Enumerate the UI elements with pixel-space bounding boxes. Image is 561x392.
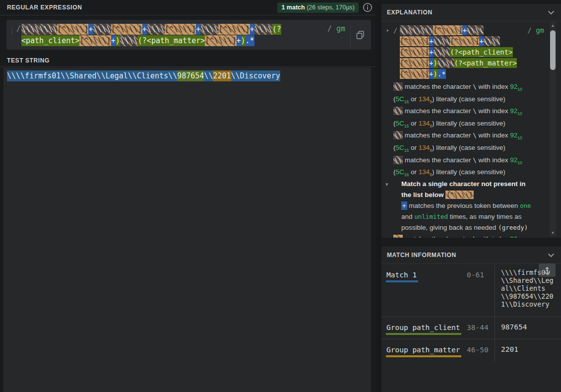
regex-section-title: REGULAR EXPRESSION bbox=[7, 4, 82, 11]
drag-handle-icon[interactable]: ⋮ bbox=[8, 26, 15, 35]
regex-open-delimiter: / bbox=[16, 24, 21, 33]
scroll-up-icon[interactable]: ▲ bbox=[550, 23, 556, 28]
badge-steps-detail: (26 steps, 170µs) bbox=[305, 4, 355, 11]
display-tokens: \\\\\\\\[^\\\\]+\\\\[^\\\\]+\\\\[^\\\\]+… bbox=[400, 25, 517, 79]
seg-chip-quant: + bbox=[401, 201, 407, 210]
seg-txt: with index bbox=[477, 131, 510, 139]
chevron-down-icon[interactable] bbox=[548, 251, 555, 260]
seg-group: (? bbox=[272, 24, 281, 35]
seg-cls: [^\\\\] bbox=[218, 24, 249, 35]
seg-quant: + bbox=[88, 24, 93, 35]
seg-bold: Match a single character not present in bbox=[401, 180, 526, 188]
regex-close-delimiter: / bbox=[327, 24, 332, 33]
seg-group: ) bbox=[241, 35, 246, 46]
copy-icon[interactable] bbox=[354, 28, 367, 41]
seg-txt: ( bbox=[393, 120, 396, 127]
seg-green: 9210 bbox=[510, 107, 522, 115]
seg-green: 5C16 bbox=[396, 95, 409, 103]
seg-cls: [^\\\\] bbox=[400, 47, 429, 57]
match-info-title: MATCH INFORMATION bbox=[387, 252, 456, 259]
seg-match: \\Discovery bbox=[231, 70, 280, 81]
export-matches-icon[interactable] bbox=[539, 263, 556, 277]
match-count-badge[interactable]: 1 match (26 steps, 170µs) bbox=[277, 2, 359, 13]
seg-quant: + bbox=[196, 24, 200, 35]
seg-txt: ) literally (case sensitive) bbox=[432, 120, 505, 127]
explanation-panel-header[interactable]: EXPLANATION bbox=[381, 4, 561, 21]
seg-cls: [^\\\\] bbox=[165, 24, 196, 35]
seg-mono: \ bbox=[473, 156, 477, 164]
seg-esc: \\\\ bbox=[93, 24, 111, 35]
match-label-cell: Group path_matter bbox=[381, 339, 467, 361]
seg-txt: or bbox=[409, 144, 419, 151]
explanation-item: + matches the previous token between one… bbox=[381, 200, 561, 233]
scrollbar-thumb[interactable] bbox=[550, 30, 556, 70]
seg-quant: .* bbox=[246, 35, 254, 46]
seg-cls: [^\\\\] bbox=[79, 35, 111, 46]
explanation-item: \\ matches the character \ with index 92… bbox=[381, 130, 561, 154]
seg-txt: matches the character bbox=[403, 131, 473, 139]
seg-txt: with index bbox=[477, 235, 510, 238]
test-string-header: TEST STRING bbox=[0, 56, 376, 67]
seg-group: (?<path_matter> bbox=[138, 35, 205, 46]
seg-esc: \\\\ bbox=[437, 58, 454, 68]
regex-section-header: REGULAR EXPRESSION 1 match (26 steps, 17… bbox=[0, 0, 376, 15]
group-row-path-matter[interactable]: Group path_matter46-502201 bbox=[381, 339, 561, 361]
seg-txt: possible, giving back as needed bbox=[401, 224, 498, 231]
seg-esc: \\\\ bbox=[467, 25, 484, 35]
seg-cls: [^\\\\] bbox=[111, 24, 142, 35]
scroll-down-icon[interactable]: ▼ bbox=[550, 231, 556, 235]
test-string-input[interactable]: \\\\firmfs01\\Shared\\Legal\\Clients\\98… bbox=[3, 67, 371, 392]
seg-chip-esc: \\ bbox=[393, 107, 403, 115]
seg-esc: \\\\ bbox=[484, 36, 500, 46]
seg-txt: or bbox=[409, 95, 419, 103]
seg-cls: [^\\\\] bbox=[433, 25, 462, 35]
seg-esc: \\\\ bbox=[433, 36, 450, 46]
match-range: 46-50 bbox=[467, 339, 495, 361]
info-icon[interactable] bbox=[362, 2, 373, 13]
seg-group: (?<path_matter> bbox=[454, 58, 517, 68]
match-info-panel-header[interactable]: MATCH INFORMATION bbox=[381, 247, 561, 264]
seg-txt: ( bbox=[393, 168, 396, 176]
seg-txt: ( bbox=[393, 95, 396, 103]
seg-client: 987654 bbox=[177, 70, 204, 81]
explanation-item: \\ matches the character \ with index 92… bbox=[381, 154, 561, 179]
seg-txt: with index bbox=[477, 156, 510, 164]
seg-txt: or bbox=[409, 120, 419, 127]
match-row-1[interactable]: Match 10-61\\\\firmfs01\\Shared\\Legal\\… bbox=[381, 264, 561, 317]
seg-group: ) bbox=[433, 58, 437, 68]
chevron-down-icon[interactable] bbox=[548, 8, 555, 17]
seg-esc: \\\\ bbox=[120, 35, 138, 46]
seg-esc: \\\\\\\\ bbox=[21, 24, 57, 35]
seg-mono: \ bbox=[473, 107, 477, 115]
left-panel: REGULAR EXPRESSION 1 match (26 steps, 17… bbox=[0, 0, 376, 392]
seg-cls: [^\\\\] bbox=[400, 69, 429, 79]
seg-mono: (greedy) bbox=[498, 224, 528, 231]
seg-green: 9210 bbox=[510, 156, 522, 164]
regex-input[interactable]: ⋮ / \\\\\\\\[^\\\\]+\\\\[^\\\\]+\\\\[^\\… bbox=[6, 20, 371, 50]
seg-cls: [^\\\\] bbox=[57, 24, 88, 35]
seg-green: 5C16 bbox=[396, 168, 409, 176]
seg-txt: matches the character bbox=[403, 83, 473, 90]
match-range: 0-61 bbox=[467, 264, 495, 317]
seg-esc: \\\\\\\\ bbox=[400, 25, 433, 35]
seg-cls: [^\\\\] bbox=[450, 36, 479, 46]
panel-splitter[interactable] bbox=[375, 0, 381, 392]
collapse-caret-icon[interactable]: ▾ bbox=[386, 25, 389, 36]
explanation-title: EXPLANATION bbox=[387, 9, 433, 16]
seg-chip-esc: \\ bbox=[393, 82, 403, 91]
seg-green: 9210 bbox=[510, 131, 522, 139]
group-row-path-client[interactable]: Group path_client38-44987654 bbox=[381, 317, 561, 339]
seg-quant: + bbox=[237, 35, 241, 46]
regex-flags[interactable]: / gm bbox=[327, 24, 345, 33]
match-label-cell: Group path_client bbox=[381, 317, 467, 339]
seg-cls: [^\\\\] bbox=[205, 35, 236, 46]
display-flags: / gm bbox=[527, 25, 544, 36]
badge-match-count: 1 match bbox=[281, 4, 305, 11]
seg-gmono: unlimited bbox=[414, 213, 448, 220]
collapse-caret-icon[interactable]: ▾ bbox=[385, 179, 388, 190]
seg-orange: 1348 bbox=[419, 120, 432, 127]
explanation-scrollbar[interactable]: ▲ ▼ bbox=[550, 22, 556, 237]
seg-esc: \\\\ bbox=[200, 24, 218, 35]
explanation-panel: EXPLANATION ▾ / \\\\\\\\[^\\\\]+\\\\[^\\… bbox=[381, 4, 561, 238]
regex-pattern[interactable]: \\\\\\\\[^\\\\]+\\\\[^\\\\]+\\\\[^\\\\]+… bbox=[21, 24, 323, 47]
